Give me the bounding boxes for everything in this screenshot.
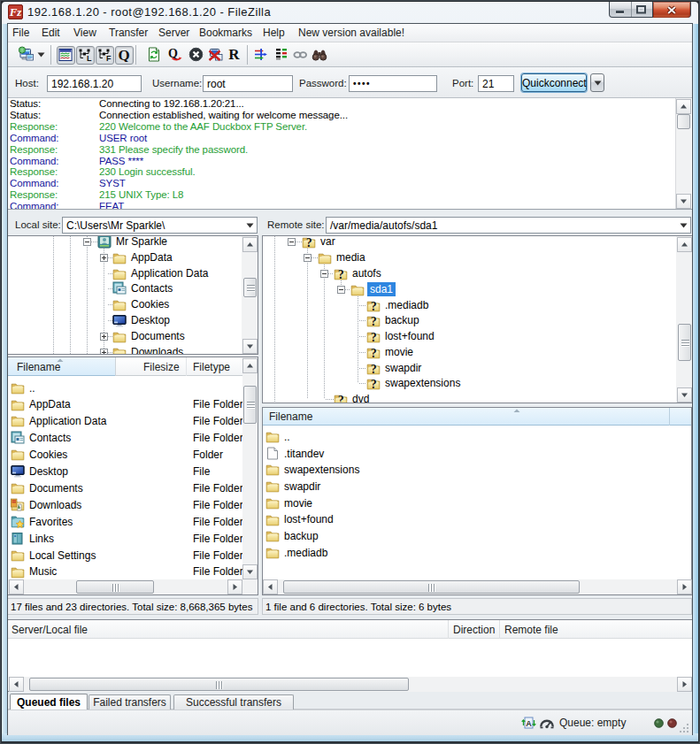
svg-text:?: ? — [371, 331, 377, 343]
svg-text:?: ? — [338, 268, 344, 280]
svg-text:Q: Q — [118, 48, 129, 62]
svg-text:?: ? — [371, 315, 377, 327]
svg-text:F: F — [106, 54, 112, 62]
svg-text:?: ? — [338, 394, 344, 403]
svg-text:?: ? — [371, 363, 377, 375]
svg-text:A: A — [526, 719, 532, 728]
svg-text:?: ? — [371, 378, 377, 390]
svg-text:?: ? — [306, 236, 312, 249]
svg-text:R: R — [228, 47, 240, 61]
svg-text:?: ? — [371, 300, 377, 312]
svg-text:Fz: Fz — [9, 5, 23, 19]
svg-text:L: L — [87, 54, 92, 62]
svg-text:?: ? — [371, 347, 377, 359]
